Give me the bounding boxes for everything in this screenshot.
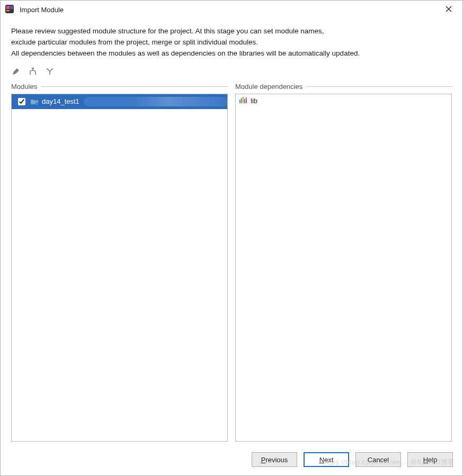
svg-rect-5	[239, 100, 241, 103]
redacted-text	[84, 97, 224, 106]
help-button[interactable]: HelpHelp	[407, 452, 453, 467]
dialog-buttons: PPreviousrevious NextNext Cancel HelpHel…	[1, 446, 462, 475]
previous-button[interactable]: PPreviousrevious	[252, 452, 297, 467]
modules-panel: Modules day14_test1	[11, 83, 228, 442]
dependency-name: lib	[251, 97, 257, 105]
merge-icon[interactable]	[28, 67, 38, 76]
svg-rect-1	[6, 6, 10, 9]
dependency-row[interactable]: lib	[236, 94, 451, 107]
description-text: Please review suggested module structure…	[1, 19, 462, 60]
module-name: day14_test1	[42, 97, 79, 105]
dependencies-panel: Module dependencies lib	[235, 83, 452, 442]
toolbar	[1, 60, 462, 80]
titlebar: Import Module	[1, 1, 462, 19]
divider	[307, 86, 452, 87]
window-title: Import Module	[20, 6, 64, 14]
svg-rect-2	[6, 10, 10, 11]
module-row[interactable]: day14_test1	[12, 94, 227, 109]
panel-title-text: Module dependencies	[235, 83, 302, 91]
modules-panel-title: Modules	[11, 83, 228, 91]
svg-rect-9	[246, 97, 247, 103]
library-icon	[239, 96, 247, 105]
cancel-button[interactable]: Cancel	[355, 452, 401, 467]
svg-rect-7	[243, 97, 244, 103]
panel-title-text: Modules	[11, 83, 37, 91]
divider	[41, 86, 228, 87]
modules-list[interactable]: day14_test1	[11, 94, 228, 442]
folder-icon	[30, 98, 39, 105]
dependencies-panel-title: Module dependencies	[235, 83, 452, 91]
edit-icon[interactable]	[11, 67, 21, 76]
svg-rect-4	[35, 102, 38, 105]
svg-rect-8	[244, 99, 245, 103]
svg-rect-6	[241, 98, 242, 103]
panels-container: Modules day14_test1 Module dependencies	[1, 80, 462, 446]
description-line: All dependencies between the modules as …	[11, 48, 452, 59]
module-checkbox[interactable]	[18, 98, 25, 105]
app-icon	[5, 4, 14, 15]
dependencies-list[interactable]: lib	[235, 94, 452, 442]
description-line: exclude particular modules from the proj…	[11, 37, 452, 48]
next-button[interactable]: NextNext	[304, 452, 349, 467]
split-icon[interactable]	[45, 67, 55, 76]
close-icon[interactable]	[440, 5, 457, 14]
svg-rect-3	[10, 6, 13, 9]
description-line: Please review suggested module structure…	[11, 26, 452, 37]
